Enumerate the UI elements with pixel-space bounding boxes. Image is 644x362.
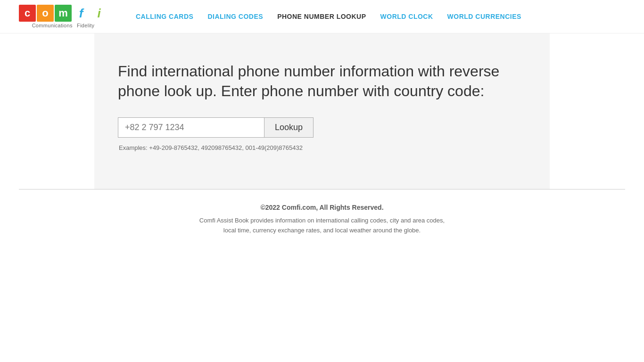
phone-input[interactable] [118, 117, 264, 138]
logo-tile-i: i [91, 5, 107, 22]
logo-tagline: Communications Fidelity [32, 23, 95, 28]
logo-tile-m: m [55, 5, 72, 22]
footer-copyright: ©2022 Comfi.com, All Rights Reserved. [9, 204, 635, 211]
logo-tile-f: f [73, 5, 90, 22]
footer-description: Comfi Assist Book provides information o… [9, 216, 635, 236]
page-heading: Find international phone number informat… [118, 62, 504, 101]
site-header: c o m f i Communications Fidelity CALLIN… [0, 0, 644, 33]
footer-desc-line1: Comfi Assist Book provides information o… [199, 217, 445, 224]
footer-desc-line2: local time, currency exchange rates, and… [223, 227, 421, 234]
nav-world-clock[interactable]: WORLD CLOCK [380, 13, 433, 20]
nav-calling-cards[interactable]: CALLING CARDS [136, 13, 193, 20]
lookup-button[interactable]: Lookup [264, 117, 314, 138]
lookup-form: Lookup [118, 117, 526, 138]
nav-phone-number-lookup[interactable]: PHONE NUMBER LOOKUP [277, 13, 366, 20]
main-content: Find international phone number informat… [94, 33, 550, 189]
logo[interactable]: c o m f i Communications Fidelity [19, 5, 107, 28]
examples-text: Examples: +49-209-8765432, 492098765432,… [119, 144, 526, 151]
nav-world-currencies[interactable]: WORLD CURRENCIES [447, 13, 521, 20]
site-footer: ©2022 Comfi.com, All Rights Reserved. Co… [0, 189, 644, 250]
nav-dialing-codes[interactable]: DIALING CODES [207, 13, 263, 20]
logo-tile-o: o [37, 5, 54, 22]
logo-tile-c: c [19, 5, 36, 22]
main-nav: CALLING CARDS DIALING CODES PHONE NUMBER… [136, 13, 521, 20]
